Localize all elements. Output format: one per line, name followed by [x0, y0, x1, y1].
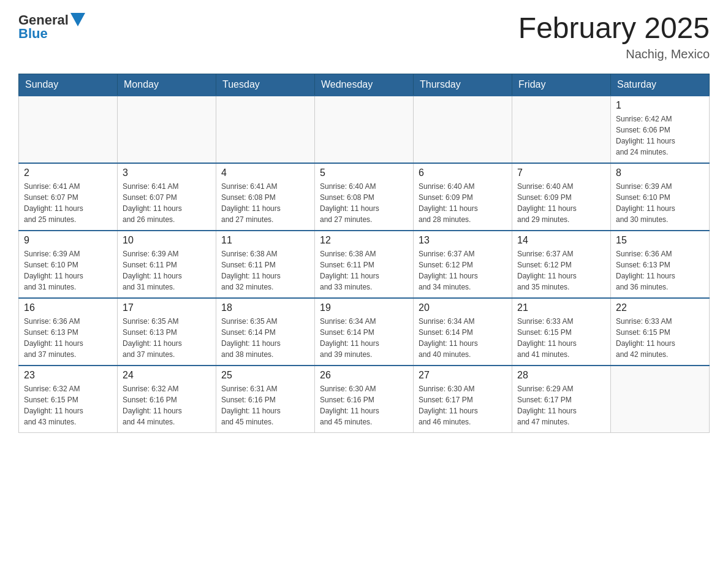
- day-number: 26: [320, 370, 408, 381]
- day-number: 27: [419, 370, 507, 381]
- day-info: Sunrise: 6:38 AM Sunset: 6:11 PM Dayligh…: [320, 248, 408, 293]
- day-info: Sunrise: 6:30 AM Sunset: 6:16 PM Dayligh…: [320, 383, 408, 427]
- calendar-cell: 22Sunrise: 6:33 AM Sunset: 6:15 PM Dayli…: [611, 298, 710, 366]
- day-number: 17: [123, 302, 211, 313]
- day-number: 18: [221, 302, 309, 313]
- day-info: Sunrise: 6:42 AM Sunset: 6:06 PM Dayligh…: [616, 113, 704, 158]
- day-info: Sunrise: 6:39 AM Sunset: 6:10 PM Dayligh…: [24, 248, 112, 293]
- day-info: Sunrise: 6:35 AM Sunset: 6:14 PM Dayligh…: [221, 316, 309, 360]
- day-number: 10: [123, 235, 211, 246]
- day-number: 23: [24, 370, 112, 381]
- day-number: 24: [123, 370, 211, 381]
- day-info: Sunrise: 6:37 AM Sunset: 6:12 PM Dayligh…: [419, 248, 507, 293]
- day-info: Sunrise: 6:39 AM Sunset: 6:11 PM Dayligh…: [123, 248, 211, 293]
- calendar-cell: [216, 96, 315, 163]
- day-number: 11: [221, 235, 309, 246]
- day-info: Sunrise: 6:41 AM Sunset: 6:07 PM Dayligh…: [123, 181, 211, 225]
- calendar-cell: 20Sunrise: 6:34 AM Sunset: 6:14 PM Dayli…: [414, 298, 512, 366]
- day-header-sunday: Sunday: [19, 74, 118, 96]
- calendar-cell: [315, 96, 414, 163]
- calendar-cell: [512, 96, 611, 163]
- day-info: Sunrise: 6:33 AM Sunset: 6:15 PM Dayligh…: [616, 316, 704, 360]
- week-row-1: 1Sunrise: 6:42 AM Sunset: 6:06 PM Daylig…: [19, 96, 710, 163]
- week-row-5: 23Sunrise: 6:32 AM Sunset: 6:15 PM Dayli…: [19, 366, 710, 433]
- calendar-cell: 7Sunrise: 6:40 AM Sunset: 6:09 PM Daylig…: [512, 163, 611, 231]
- day-info: Sunrise: 6:34 AM Sunset: 6:14 PM Dayligh…: [419, 316, 507, 360]
- week-row-2: 2Sunrise: 6:41 AM Sunset: 6:07 PM Daylig…: [19, 163, 710, 231]
- calendar-cell: 24Sunrise: 6:32 AM Sunset: 6:16 PM Dayli…: [118, 366, 216, 433]
- day-number: 1: [616, 100, 704, 111]
- calendar-cell: 10Sunrise: 6:39 AM Sunset: 6:11 PM Dayli…: [118, 231, 216, 298]
- day-header-tuesday: Tuesday: [216, 74, 315, 96]
- day-info: Sunrise: 6:34 AM Sunset: 6:14 PM Dayligh…: [320, 316, 408, 360]
- day-info: Sunrise: 6:35 AM Sunset: 6:13 PM Dayligh…: [123, 316, 211, 360]
- calendar-cell: 6Sunrise: 6:40 AM Sunset: 6:09 PM Daylig…: [414, 163, 512, 231]
- day-number: 6: [419, 167, 507, 178]
- day-info: Sunrise: 6:32 AM Sunset: 6:16 PM Dayligh…: [123, 383, 211, 427]
- day-info: Sunrise: 6:33 AM Sunset: 6:15 PM Dayligh…: [517, 316, 605, 360]
- day-number: 8: [616, 167, 704, 178]
- day-number: 14: [517, 235, 605, 246]
- calendar-cell: 12Sunrise: 6:38 AM Sunset: 6:11 PM Dayli…: [315, 231, 414, 298]
- day-number: 16: [24, 302, 112, 313]
- day-number: 5: [320, 167, 408, 178]
- calendar-cell: 4Sunrise: 6:41 AM Sunset: 6:08 PM Daylig…: [216, 163, 315, 231]
- day-header-wednesday: Wednesday: [315, 74, 414, 96]
- calendar-cell: 15Sunrise: 6:36 AM Sunset: 6:13 PM Dayli…: [611, 231, 710, 298]
- day-number: 22: [616, 302, 704, 313]
- location-text: Nachig, Mexico: [518, 47, 710, 61]
- page-header: General Blue February 2025 Nachig, Mexic…: [18, 12, 710, 61]
- day-info: Sunrise: 6:36 AM Sunset: 6:13 PM Dayligh…: [616, 248, 704, 293]
- calendar-cell: 26Sunrise: 6:30 AM Sunset: 6:16 PM Dayli…: [315, 366, 414, 433]
- day-info: Sunrise: 6:36 AM Sunset: 6:13 PM Dayligh…: [24, 316, 112, 360]
- week-row-4: 16Sunrise: 6:36 AM Sunset: 6:13 PM Dayli…: [19, 298, 710, 366]
- day-info: Sunrise: 6:31 AM Sunset: 6:16 PM Dayligh…: [221, 383, 309, 427]
- day-header-saturday: Saturday: [611, 74, 710, 96]
- logo-blue-text: Blue: [18, 26, 48, 42]
- calendar-cell: [611, 366, 710, 433]
- calendar-cell: 23Sunrise: 6:32 AM Sunset: 6:15 PM Dayli…: [19, 366, 118, 433]
- calendar-cell: 14Sunrise: 6:37 AM Sunset: 6:12 PM Dayli…: [512, 231, 611, 298]
- calendar-cell: 2Sunrise: 6:41 AM Sunset: 6:07 PM Daylig…: [19, 163, 118, 231]
- day-info: Sunrise: 6:38 AM Sunset: 6:11 PM Dayligh…: [221, 248, 309, 293]
- logo: General Blue: [18, 12, 85, 42]
- calendar-cell: 17Sunrise: 6:35 AM Sunset: 6:13 PM Dayli…: [118, 298, 216, 366]
- day-number: 28: [517, 370, 605, 381]
- calendar-cell: [414, 96, 512, 163]
- day-info: Sunrise: 6:32 AM Sunset: 6:15 PM Dayligh…: [24, 383, 112, 427]
- day-number: 25: [221, 370, 309, 381]
- day-number: 13: [419, 235, 507, 246]
- calendar-cell: 18Sunrise: 6:35 AM Sunset: 6:14 PM Dayli…: [216, 298, 315, 366]
- day-header-monday: Monday: [118, 74, 216, 96]
- calendar-header-row: SundayMondayTuesdayWednesdayThursdayFrid…: [19, 74, 710, 96]
- calendar-cell: 13Sunrise: 6:37 AM Sunset: 6:12 PM Dayli…: [414, 231, 512, 298]
- day-info: Sunrise: 6:30 AM Sunset: 6:17 PM Dayligh…: [419, 383, 507, 427]
- day-header-friday: Friday: [512, 74, 611, 96]
- day-info: Sunrise: 6:41 AM Sunset: 6:07 PM Dayligh…: [24, 181, 112, 225]
- calendar-cell: 9Sunrise: 6:39 AM Sunset: 6:10 PM Daylig…: [19, 231, 118, 298]
- day-number: 21: [517, 302, 605, 313]
- calendar-cell: 19Sunrise: 6:34 AM Sunset: 6:14 PM Dayli…: [315, 298, 414, 366]
- title-area: February 2025 Nachig, Mexico: [518, 12, 710, 61]
- day-number: 7: [517, 167, 605, 178]
- day-number: 4: [221, 167, 309, 178]
- day-info: Sunrise: 6:37 AM Sunset: 6:12 PM Dayligh…: [517, 248, 605, 293]
- day-number: 20: [419, 302, 507, 313]
- day-info: Sunrise: 6:39 AM Sunset: 6:10 PM Dayligh…: [616, 181, 704, 225]
- calendar-cell: [118, 96, 216, 163]
- svg-marker-0: [70, 13, 85, 26]
- calendar-cell: 8Sunrise: 6:39 AM Sunset: 6:10 PM Daylig…: [611, 163, 710, 231]
- day-info: Sunrise: 6:40 AM Sunset: 6:08 PM Dayligh…: [320, 181, 408, 225]
- calendar-cell: 16Sunrise: 6:36 AM Sunset: 6:13 PM Dayli…: [19, 298, 118, 366]
- day-number: 19: [320, 302, 408, 313]
- week-row-3: 9Sunrise: 6:39 AM Sunset: 6:10 PM Daylig…: [19, 231, 710, 298]
- month-title: February 2025: [518, 12, 710, 45]
- calendar-cell: 27Sunrise: 6:30 AM Sunset: 6:17 PM Dayli…: [414, 366, 512, 433]
- day-number: 12: [320, 235, 408, 246]
- calendar-cell: [19, 96, 118, 163]
- logo-arrow-icon: [70, 13, 85, 26]
- calendar-table: SundayMondayTuesdayWednesdayThursdayFrid…: [18, 74, 710, 434]
- day-info: Sunrise: 6:40 AM Sunset: 6:09 PM Dayligh…: [419, 181, 507, 225]
- day-number: 3: [123, 167, 211, 178]
- day-info: Sunrise: 6:40 AM Sunset: 6:09 PM Dayligh…: [517, 181, 605, 225]
